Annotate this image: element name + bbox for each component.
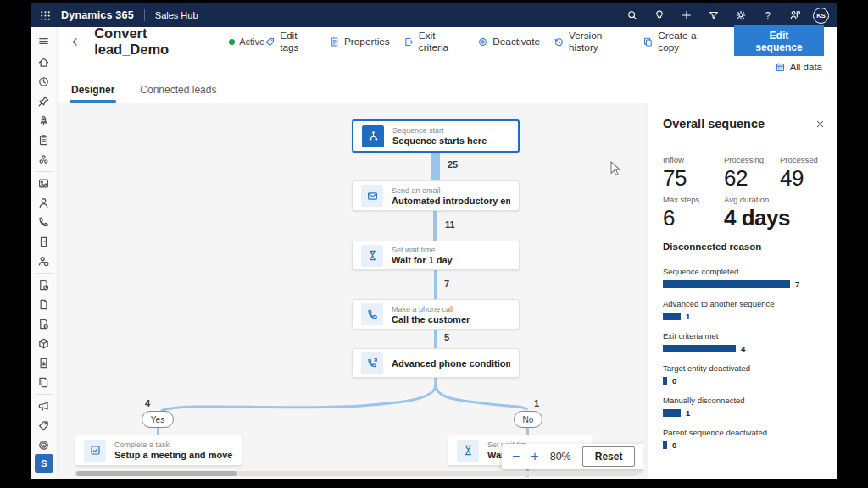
horizontal-scrollbar[interactable]: [75, 471, 637, 476]
node-complete-task[interactable]: Complete a task Setup a meeting and move…: [75, 435, 242, 466]
yes-branch-pill[interactable]: Yes: [142, 411, 174, 428]
stat-value: 49: [780, 165, 837, 191]
sidebar-item-doc-chart[interactable]: [33, 353, 55, 373]
node-wait-time[interactable]: Set wait time Wait for 1 day: [352, 241, 520, 270]
command-bar: Edit tags Properties Exit criteria Deact…: [264, 25, 824, 58]
sidebar-item-media[interactable]: [33, 174, 55, 193]
close-icon[interactable]: [815, 119, 826, 130]
sidebar-item-pinned[interactable]: [33, 92, 55, 111]
sidebar-item-doc-copy[interactable]: [33, 373, 55, 392]
zoom-in-button[interactable]: +: [531, 450, 538, 463]
page-title: Convert lead_Demo: [94, 25, 220, 58]
all-data-filter[interactable]: All data: [775, 62, 822, 73]
sidebar-item-tasks[interactable]: [33, 130, 55, 150]
sequence-start-icon: [362, 125, 384, 147]
connector-count: 5: [444, 332, 449, 342]
task-icon: [84, 440, 106, 462]
sidebar-item-product[interactable]: [33, 334, 55, 353]
connector-count: 11: [445, 219, 455, 230]
settings-icon[interactable]: [730, 4, 752, 26]
stat-value: 6: [663, 205, 724, 231]
connector: [434, 329, 437, 349]
svg-text:?: ?: [765, 10, 771, 20]
sidebar-divider: [36, 273, 53, 274]
help-icon[interactable]: ?: [757, 4, 779, 26]
add-icon[interactable]: [676, 4, 698, 26]
bulb-icon[interactable]: [648, 4, 670, 26]
command-exit-criteria[interactable]: Exit criteria: [403, 30, 464, 53]
sidebar-item-person-badge[interactable]: [33, 252, 55, 271]
stat-inflow: Inflow 75: [663, 155, 724, 191]
stats-row-2: Max steps 6 Avg duration 4 days: [663, 195, 826, 231]
node-phone-condition[interactable]: Advanced phone condition: [352, 348, 520, 378]
brand-title[interactable]: Dynamics 365: [61, 9, 134, 21]
connector-count: 7: [444, 279, 449, 289]
sidebar-item-calls[interactable]: [33, 213, 55, 232]
stat-label: Avg duration: [724, 195, 790, 204]
back-icon[interactable]: [68, 32, 86, 51]
letterboxed-screen: Dynamics 365 Sales Hub ? KS S Convert le…: [0, 0, 868, 488]
command-edit-tags[interactable]: Edit tags: [264, 30, 315, 53]
sidebar-item-home[interactable]: [33, 53, 55, 72]
sidebar-menu-icon[interactable]: [33, 31, 55, 51]
panel-title: Overall sequence: [663, 117, 765, 130]
search-icon[interactable]: [621, 4, 643, 26]
hourglass-icon: [361, 245, 383, 267]
command-deactivate[interactable]: Deactivate: [477, 36, 540, 47]
sidebar-item-sales-accelerator[interactable]: [33, 111, 55, 130]
app-name[interactable]: Sales Hub: [155, 10, 198, 20]
tab-connected-leads[interactable]: Connected leads: [138, 79, 218, 103]
command-version-history[interactable]: Version history: [554, 30, 629, 53]
disconnected-reason-title: Disconnected reason: [663, 241, 826, 258]
sidebar-item-label-tag[interactable]: [33, 416, 55, 435]
command-properties[interactable]: Properties: [329, 36, 390, 47]
command-label: Version history: [569, 30, 629, 53]
node-label: Setup a meeting and move to the next sta…: [114, 450, 233, 460]
sequence-canvas[interactable]: 25 11 7 5 4 1 Yes No: [58, 103, 643, 479]
feedback-icon[interactable]: [784, 4, 806, 26]
calendar-icon: [775, 62, 786, 73]
stat-label: Max steps: [663, 195, 724, 204]
area-switcher-sales[interactable]: S: [35, 454, 53, 473]
reason-bar: [663, 377, 667, 385]
command-label: Create a copy: [658, 30, 715, 53]
avatar[interactable]: KS: [813, 8, 829, 24]
stat-label: Processing: [724, 155, 780, 164]
zoom-reset-button[interactable]: Reset: [582, 446, 636, 467]
tab-strip: Designer Connected leads: [58, 78, 837, 103]
node-kind: Sequence start: [392, 126, 487, 135]
node-kind: Complete a task: [114, 441, 233, 449]
sidebar-item-doc-settings[interactable]: [33, 314, 55, 334]
sidebar-item-announcement[interactable]: [33, 396, 55, 416]
node-send-email[interactable]: Send an email Automated introductory ema…: [352, 180, 520, 211]
tab-designer[interactable]: Designer: [70, 79, 116, 103]
no-branch-pill[interactable]: No: [514, 411, 542, 428]
disconnect-reason-item: Target entity deactivated0: [663, 363, 826, 385]
reason-value: 7: [795, 280, 799, 289]
node-sequence-start[interactable]: Sequence start Sequence starts here: [352, 119, 520, 152]
scrollbar-thumb[interactable]: [76, 471, 237, 476]
waffle-icon[interactable]: [34, 4, 56, 26]
sidebar-item-document[interactable]: [33, 295, 55, 314]
sidebar-item-apps[interactable]: [33, 232, 55, 252]
sidebar-item-insights[interactable]: [33, 150, 55, 169]
vertical-scrollbar-strip[interactable]: [643, 103, 648, 479]
node-phone-call[interactable]: Make a phone call Call the customer: [352, 299, 520, 330]
reason-label: Sequence completed: [663, 267, 826, 276]
sidebar-item-recent[interactable]: [33, 72, 55, 92]
sidebar-divider: [36, 171, 53, 172]
filter-icon[interactable]: [703, 4, 725, 26]
stat-label: Processed: [780, 155, 837, 164]
edit-sequence-button[interactable]: Edit sequence: [734, 25, 824, 58]
page-header: Convert lead_Demo Active Edit tags Prope…: [58, 27, 837, 56]
command-create-copy[interactable]: Create a copy: [643, 30, 715, 53]
node-kind: Set wait time: [392, 246, 453, 254]
connector: [434, 269, 437, 300]
reason-bar: [663, 280, 790, 288]
zoom-out-button[interactable]: −: [512, 450, 520, 463]
node-kind: Send an email: [392, 186, 510, 195]
sidebar-item-doc-clock[interactable]: [33, 275, 55, 295]
sidebar-item-contacts[interactable]: [33, 193, 55, 213]
stat-avg-duration: Avg duration 4 days: [724, 195, 790, 231]
sidebar-item-target[interactable]: [33, 435, 55, 455]
